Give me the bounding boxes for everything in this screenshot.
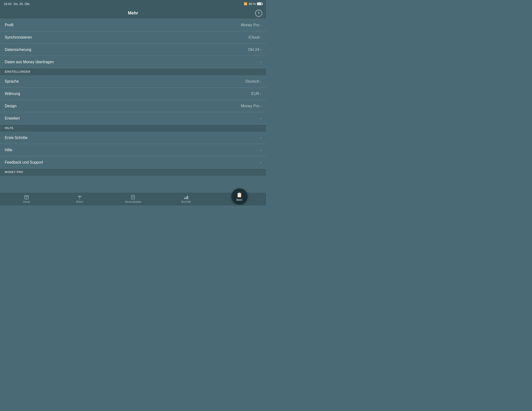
row-synchronisieren[interactable]: Synchronisieren iCloud ›	[0, 31, 266, 44]
berichte-tab-label: Berichte	[181, 200, 191, 203]
row-label-erweitert: Erweitert	[5, 116, 20, 121]
chevron-icon: ›	[260, 148, 261, 152]
status-date: Do. 25. Okt.	[14, 2, 30, 6]
battery-indicator: 90 %	[249, 2, 262, 6]
section-header-hilfe: HILFE	[0, 124, 266, 132]
row-erste-schritte[interactable]: Erste Schritte ›	[0, 132, 266, 144]
row-label-datensicherung: Datensicherung	[5, 48, 31, 52]
content-area: Profil Money Pro › Synchronisieren iClou…	[0, 19, 266, 192]
row-design[interactable]: Design Money Pro ›	[0, 100, 266, 112]
status-bar: 16:43 Do. 25. Okt. 📶 90 %	[0, 0, 266, 8]
status-right: 📶 90 %	[244, 2, 262, 6]
row-label-feedback-support: Feedback und Support	[5, 160, 43, 164]
battery-icon	[257, 2, 262, 5]
row-hilfe[interactable]: Hilfe ›	[0, 144, 266, 156]
row-label-synchronisieren: Synchronisieren	[5, 35, 32, 39]
row-daten-uebertragen[interactable]: Daten aus Money übertragen ›	[0, 56, 266, 68]
haushaltsplan-tab-icon	[131, 195, 135, 200]
row-value-waehrung: EUR ›	[251, 92, 261, 96]
row-feedback-support[interactable]: Feedback und Support ›	[0, 156, 266, 169]
page-title: Mehr	[128, 11, 138, 16]
section-header-money-pro: MONEY PRO	[0, 169, 266, 176]
row-value-synchronisieren: iCloud ›	[248, 35, 261, 39]
row-erweitert[interactable]: Erweitert ›	[0, 112, 266, 124]
svg-rect-11	[184, 198, 185, 199]
row-value-profil: Money Pro ›	[241, 23, 261, 27]
heute-tab-icon: 25	[24, 195, 29, 200]
row-sprache[interactable]: Sprache Deutsch ›	[0, 75, 266, 88]
row-datensicherung[interactable]: Datensicherung Okt 24 ›	[0, 44, 266, 56]
row-waehrung[interactable]: Währung EUR ›	[0, 88, 266, 100]
row-label-profil: Profil	[5, 23, 13, 27]
chevron-icon: ›	[260, 92, 261, 96]
section-header-einstellungen: EINSTELLUNGEN	[0, 68, 266, 75]
heute-tab-label: Heute	[23, 200, 30, 203]
help-button[interactable]: ?	[255, 10, 262, 17]
row-profil[interactable]: Profil Money Pro ›	[0, 19, 266, 31]
row-value-feedback-support: ›	[260, 161, 261, 164]
chevron-icon: ›	[260, 23, 261, 27]
tab-bar: 25 Heute Bilanz Haushaltsplan Berichte 📋…	[0, 192, 266, 206]
status-time-date: 16:43 Do. 25. Okt.	[4, 2, 30, 6]
tab-mehr[interactable]: 📋 Mehr	[213, 192, 266, 206]
chevron-icon: ›	[260, 48, 261, 52]
mehr-tab-label: Mehr	[237, 198, 242, 201]
chevron-icon: ›	[260, 60, 261, 64]
row-label-design: Design	[5, 104, 17, 108]
haushaltsplan-tab-label: Haushaltsplan	[125, 200, 141, 203]
chevron-icon: ›	[260, 104, 261, 108]
row-value-daten-uebertragen: ›	[260, 60, 261, 64]
mehr-bubble: 📋 Mehr	[231, 189, 247, 205]
chevron-icon: ›	[260, 80, 261, 83]
berichte-tab-icon	[184, 195, 189, 200]
bilanz-tab-icon	[77, 195, 82, 200]
mehr-tab-icon: 📋	[237, 192, 242, 198]
row-label-hilfe: Hilfe	[5, 148, 12, 152]
chevron-icon: ›	[260, 136, 261, 140]
nav-bar: Mehr ?	[0, 8, 266, 19]
row-label-waehrung: Währung	[5, 92, 20, 96]
row-value-erweitert: ›	[260, 116, 261, 120]
tab-heute[interactable]: 25 Heute	[0, 192, 53, 206]
tab-bilanz[interactable]: Bilanz	[53, 192, 106, 206]
row-label-sprache: Sprache	[5, 79, 19, 84]
row-value-design: Money Pro ›	[241, 104, 261, 108]
tab-haushaltsplan[interactable]: Haushaltsplan	[106, 192, 160, 206]
svg-text:25: 25	[26, 197, 27, 199]
svg-rect-13	[187, 196, 188, 199]
wifi-icon: 📶	[244, 2, 247, 5]
tab-berichte[interactable]: Berichte	[160, 192, 213, 206]
row-value-sprache: Deutsch ›	[245, 79, 261, 84]
row-label-erste-schritte: Erste Schritte	[5, 136, 28, 140]
row-value-datensicherung: Okt 24 ›	[248, 48, 261, 52]
row-value-hilfe: ›	[260, 148, 261, 152]
row-label-daten-uebertragen: Daten aus Money übertragen	[5, 60, 54, 64]
bilanz-tab-label: Bilanz	[76, 200, 83, 203]
chevron-icon: ›	[260, 161, 261, 164]
row-value-erste-schritte: ›	[260, 136, 261, 140]
chevron-icon: ›	[260, 36, 261, 39]
chevron-icon: ›	[260, 116, 261, 120]
svg-rect-12	[186, 197, 187, 199]
status-time: 16:43	[4, 2, 12, 6]
